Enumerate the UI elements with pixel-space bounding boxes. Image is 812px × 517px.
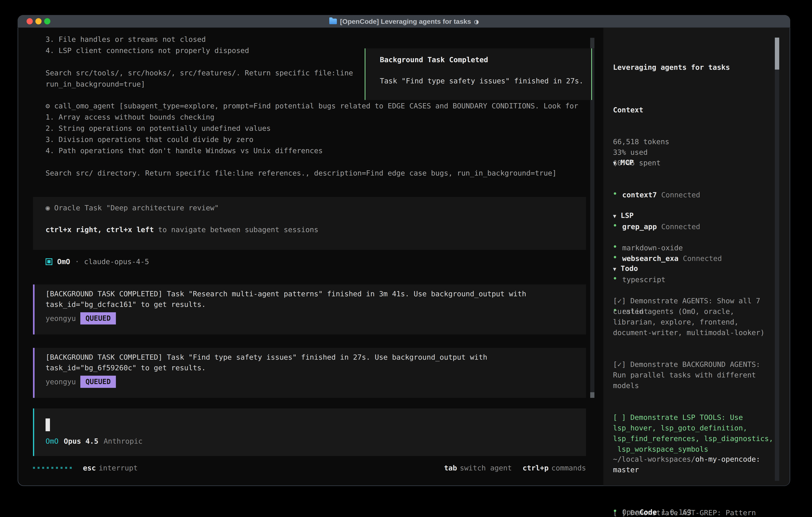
esc-key-label: interrupt bbox=[99, 464, 138, 472]
task-result-box: [BACKGROUND TASK COMPLETED] Task "Find t… bbox=[33, 348, 586, 398]
brand-suffix: Code bbox=[640, 508, 657, 516]
input-model-row: OmO Opus 4.5 Anthropic bbox=[46, 437, 143, 445]
workspace-branch: master bbox=[613, 466, 639, 474]
lsp-header-label: LSP bbox=[620, 210, 634, 221]
main-scrollbar-top-segment bbox=[590, 38, 594, 48]
workspace-repo: oh-my-opencode: bbox=[695, 455, 760, 463]
window-title: [OpenCode] Leveraging agents for tasks bbox=[340, 18, 471, 25]
todo-item-done: [✓] Demonstrate BACKGROUND AGENTS: Run p… bbox=[613, 359, 781, 391]
workspace-prefix: ~/local-workspaces/ bbox=[613, 455, 695, 463]
task-meta-row: yeongyu QUEUED bbox=[46, 312, 578, 324]
lsp-header[interactable]: ▼LSP bbox=[613, 210, 781, 221]
version-number: 1.0.163 bbox=[661, 508, 692, 516]
esc-key-hint: esc bbox=[83, 464, 96, 472]
status-badge: QUEUED bbox=[80, 376, 116, 388]
agent-header: OmO · claude-opus-4-5 bbox=[46, 257, 149, 266]
todo-header[interactable]: ▼Todo bbox=[613, 263, 781, 274]
todo-section: ▼Todo [✓] Demonstrate AGENTS: Show all 7… bbox=[613, 242, 781, 517]
context-header: Context bbox=[613, 105, 781, 115]
prompt-input[interactable]: OmO Opus 4.5 Anthropic bbox=[33, 408, 586, 456]
chevron-down-icon: ▼ bbox=[613, 264, 616, 274]
input-provider: Anthropic bbox=[104, 437, 142, 445]
agent-name: OmO bbox=[57, 257, 70, 266]
text-cursor bbox=[46, 418, 50, 431]
task-user: yeongyu bbox=[46, 313, 76, 324]
sidebar-scrollbar[interactable] bbox=[775, 37, 779, 481]
gear-icon: ⚙ bbox=[46, 102, 50, 110]
document-icon bbox=[329, 19, 337, 24]
agent-icon bbox=[46, 258, 52, 265]
screenshot-root: [OpenCode] Leveraging agents for tasks ◑… bbox=[0, 0, 812, 517]
hint-keys: ctrl+x right, ctrl+x left bbox=[46, 225, 154, 234]
titlebar: [OpenCode] Leveraging agents for tasks ◑ bbox=[18, 15, 790, 28]
task-result-text: [BACKGROUND TASK COMPLETED] Task "Resear… bbox=[46, 289, 578, 310]
session-title: Leveraging agents for tasks bbox=[613, 62, 781, 73]
task-result-text: [BACKGROUND TASK COMPLETED] Task "Find t… bbox=[46, 352, 578, 373]
opencode-version-row: OpenCode1.0.163 bbox=[613, 486, 781, 517]
tool-call-block: ⚙ call_omo_agent [subagent_type=explore,… bbox=[46, 100, 578, 112]
status-dot-icon bbox=[614, 510, 616, 512]
window-title-row: [OpenCode] Leveraging agents for tasks ◑ bbox=[18, 15, 790, 28]
agent-model: claude-opus-4-5 bbox=[84, 257, 149, 266]
main-scrollbar-thumb[interactable] bbox=[590, 392, 594, 398]
ctrlp-key-hint: ctrl+p bbox=[523, 464, 549, 472]
tool-call-first-line: call_omo_agent [subagent_type=explore, p… bbox=[54, 102, 578, 110]
tab-key-hint: tab bbox=[444, 464, 457, 472]
chevron-down-icon: ▼ bbox=[613, 211, 616, 221]
input-model-name: Opus 4.5 bbox=[64, 437, 98, 445]
spinner-dots bbox=[33, 467, 72, 469]
scrollback-text: 3. File handles or streams not closed 4.… bbox=[46, 34, 353, 90]
tool-call-rest: 1. Array access without bounds checking … bbox=[46, 112, 557, 179]
task-meta-row: yeongyu QUEUED bbox=[46, 376, 578, 388]
input-agent-name: OmO bbox=[46, 437, 59, 445]
todo-header-label: Todo bbox=[620, 263, 638, 274]
task-result-box: [BACKGROUND TASK COMPLETED] Task "Resear… bbox=[33, 284, 586, 334]
mcp-header[interactable]: ▼MCP bbox=[613, 157, 781, 168]
mcp-header-label: MCP bbox=[620, 157, 634, 168]
status-badge: QUEUED bbox=[80, 312, 116, 324]
chevron-down-icon: ▼ bbox=[613, 158, 616, 168]
half-circle-status-icon: ◑ bbox=[474, 18, 478, 26]
hint-text: to navigate between subagent sessions bbox=[154, 225, 318, 234]
background-task-toast: Background Task Completed Task "Find typ… bbox=[365, 48, 592, 100]
sidebar-scrollbar-thumb[interactable] bbox=[775, 37, 779, 70]
todo-item-active: [ ] Demonstrate LSP TOOLS: Use lsp_hover… bbox=[613, 412, 781, 455]
toast-body: Task "Find type safety issues" finished … bbox=[380, 77, 583, 85]
workspace-path: ~/local-workspaces/oh-my-opencode:master bbox=[613, 454, 781, 475]
brand-prefix: Open bbox=[622, 508, 640, 516]
oracle-hint-line: ctrl+x right, ctrl+x left to navigate be… bbox=[46, 225, 318, 234]
tab-key-label: switch agent bbox=[460, 464, 512, 472]
status-bar-right: tab switch agent ctrl+p commands bbox=[444, 464, 586, 472]
task-user: yeongyu bbox=[46, 377, 76, 387]
oracle-task-line: ◉ Oracle Task "Deep architecture review" bbox=[46, 204, 219, 212]
separator-dot: · bbox=[75, 257, 79, 266]
toast-title: Background Task Completed bbox=[380, 56, 488, 64]
todo-item-done: [✓] Demonstrate AGENTS: Show all 7 curat… bbox=[613, 296, 781, 338]
ctrlp-key-label: commands bbox=[551, 464, 586, 472]
sidebar: Leveraging agents for tasks Context 66,5… bbox=[603, 28, 790, 486]
oracle-task-box: ◉ Oracle Task "Deep architecture review"… bbox=[33, 197, 586, 250]
status-bar: esc interrupt tab switch agent ctrl+p co… bbox=[33, 461, 586, 475]
